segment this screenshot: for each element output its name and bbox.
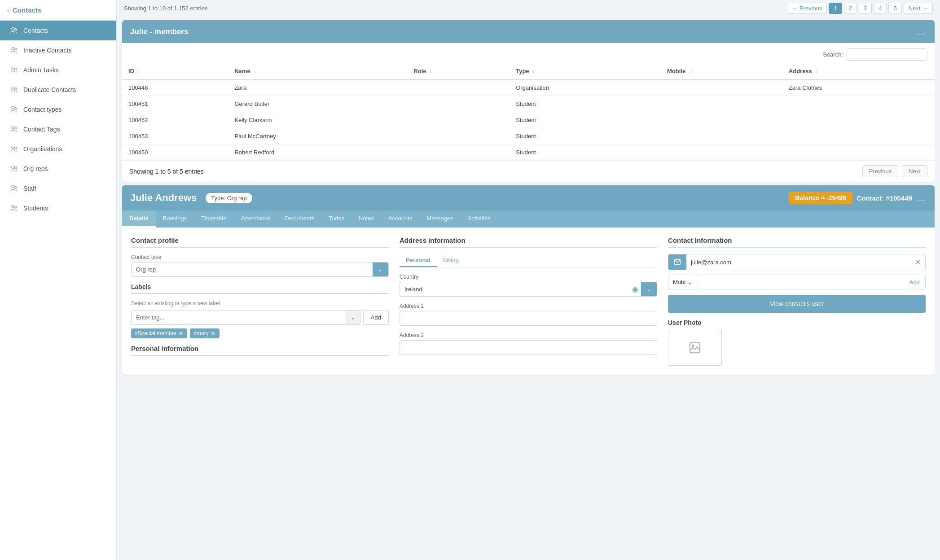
- sidebar-item-contact-types[interactable]: Contact types: [0, 100, 116, 119]
- sort-id-icon[interactable]: ↕: [138, 69, 140, 74]
- svg-point-12: [12, 146, 14, 149]
- svg-point-11: [15, 127, 17, 130]
- sidebar-item-contact-tags[interactable]: Contact Tags: [0, 119, 116, 139]
- admin-tasks-icon: [9, 65, 19, 75]
- sidebar-back[interactable]: ‹ Contacts: [0, 0, 116, 21]
- top-page-5[interactable]: 5: [888, 3, 901, 14]
- svg-point-16: [12, 185, 14, 188]
- contact-type-select[interactable]: Org rep ⌄: [131, 262, 389, 277]
- sort-name-icon[interactable]: ↕: [254, 69, 256, 74]
- cell-id: 100450: [122, 144, 228, 161]
- cell-name: Paul McCartney: [228, 128, 407, 144]
- country-label: Country: [400, 274, 657, 280]
- address2-label: Address 2: [400, 332, 657, 338]
- members-prev-button[interactable]: Previous: [862, 165, 899, 177]
- search-input[interactable]: [847, 48, 927, 61]
- top-page-3[interactable]: 3: [859, 3, 872, 14]
- label-input-wrapper: ⌄: [131, 310, 360, 325]
- tab-timetable[interactable]: Timetable: [194, 210, 234, 228]
- tab-todos[interactable]: Todos: [321, 210, 351, 228]
- email-clear-button[interactable]: ✕: [910, 258, 925, 267]
- tab-notes[interactable]: Notes: [351, 210, 381, 228]
- country-dropdown-button[interactable]: ⌄: [641, 282, 657, 296]
- cell-id: 100451: [122, 96, 228, 112]
- addr-tab-billing[interactable]: Billing: [437, 254, 465, 267]
- top-next-button[interactable]: Next →: [904, 3, 933, 14]
- top-pagination-controls: ← Previous 1 2 3 4 5 Next →: [787, 3, 933, 14]
- svg-point-14: [12, 166, 14, 168]
- sort-role-icon[interactable]: ↕: [430, 69, 432, 74]
- user-photo-title: User Photo: [668, 319, 926, 326]
- sidebar-item-organisations[interactable]: Organisations: [0, 139, 116, 159]
- tag-dropdown-button[interactable]: ⌄: [346, 311, 360, 324]
- cell-address: Zara Clothes: [782, 79, 935, 96]
- sidebar-item-students[interactable]: Students: [0, 198, 116, 218]
- svg-point-19: [15, 206, 17, 209]
- contact-type-field: Contact type Org rep ⌄: [131, 254, 389, 277]
- top-prev-button[interactable]: ← Previous: [787, 3, 827, 14]
- phone-input[interactable]: [697, 275, 904, 289]
- sort-address-icon[interactable]: ↕: [815, 69, 817, 74]
- members-panel-header: Julie - members …: [122, 20, 935, 43]
- organisations-icon: [9, 144, 19, 154]
- tab-attendance[interactable]: Attendance: [234, 210, 278, 228]
- svg-point-2: [12, 47, 14, 50]
- svg-point-13: [15, 147, 17, 149]
- sidebar-item-inactive-contacts[interactable]: Inactive Contacts: [0, 40, 116, 60]
- add-phone-button[interactable]: Add: [904, 279, 925, 285]
- contact-header: Julie Andrews Type: Org rep Balance = -2…: [122, 185, 935, 210]
- top-page-1[interactable]: 1: [829, 3, 842, 14]
- cell-type: Organisation: [510, 79, 661, 96]
- members-next-button[interactable]: Next: [902, 165, 927, 177]
- sidebar-item-contacts[interactable]: Contacts: [0, 21, 116, 40]
- tag-remove-button[interactable]: ✕: [178, 330, 184, 337]
- top-page-4[interactable]: 4: [874, 3, 887, 14]
- cell-address: [782, 128, 935, 144]
- enter-tag-input[interactable]: [132, 311, 346, 324]
- contact-type-dropdown-icon[interactable]: ⌄: [373, 262, 388, 276]
- org-reps-icon: [9, 164, 19, 174]
- contact-tag: #mary✕: [190, 328, 219, 338]
- sidebar: ‹ Contacts Contacts Inactive Contacts Ad…: [0, 0, 117, 560]
- members-panel-dots-button[interactable]: …: [917, 26, 927, 37]
- sidebar-item-org-reps[interactable]: Org reps: [0, 159, 116, 179]
- address1-input[interactable]: [400, 311, 657, 326]
- addr-tab-personal[interactable]: Personal: [400, 254, 437, 267]
- sidebar-item-duplicate-contacts[interactable]: Duplicate Contacts: [0, 80, 116, 100]
- members-panel: Julie - members … Search: ID ↕ Name ↕ Ro…: [122, 20, 935, 182]
- sort-mobile-icon[interactable]: ↕: [689, 69, 691, 74]
- tab-bookings[interactable]: Bookings: [156, 210, 194, 228]
- tab-details[interactable]: Details: [122, 210, 156, 228]
- members-search-bar: Search:: [122, 43, 935, 63]
- top-page-2[interactable]: 2: [844, 3, 857, 14]
- address-info-title: Address information: [400, 236, 657, 248]
- phone-type-select[interactable]: Mobi ⌄: [668, 275, 697, 289]
- tag-remove-button[interactable]: ✕: [211, 330, 216, 337]
- svg-point-15: [15, 167, 17, 169]
- sidebar-item-label-students: Students: [23, 205, 48, 212]
- tab-documents[interactable]: Documents: [278, 210, 322, 228]
- students-icon: [9, 203, 19, 213]
- tab-accounts[interactable]: Accounts: [381, 210, 419, 228]
- sidebar-item-admin-tasks[interactable]: Admin Tasks: [0, 60, 116, 80]
- contact-name: Julie Andrews: [130, 192, 197, 204]
- inactive-contacts-icon: [9, 45, 19, 55]
- tab-activities[interactable]: Activities: [461, 210, 498, 228]
- table-row[interactable]: 100451 Gerard Butler Student: [122, 96, 935, 112]
- tab-messages[interactable]: Messages: [419, 210, 460, 228]
- table-row[interactable]: 100450 Robert Redford Student: [122, 144, 935, 161]
- contact-dots-button[interactable]: …: [917, 193, 927, 203]
- country-select[interactable]: Ireland ◉ ⌄: [400, 282, 657, 297]
- sidebar-item-staff[interactable]: Staff: [0, 179, 116, 198]
- address2-input[interactable]: [400, 340, 657, 355]
- sidebar-item-label-admin-tasks: Admin Tasks: [23, 66, 59, 74]
- table-row[interactable]: 100448 Zara Organisation Zara Clothes: [122, 79, 935, 96]
- country-clear-button[interactable]: ◉: [629, 285, 641, 293]
- members-prev-next: Previous Next: [862, 165, 927, 177]
- view-contact-user-button[interactable]: View contact's user: [668, 295, 926, 313]
- sort-type-icon[interactable]: ↕: [532, 69, 535, 74]
- table-row[interactable]: 100453 Paul McCartney Student: [122, 128, 935, 144]
- sidebar-back-label: Contacts: [13, 6, 41, 14]
- add-tag-button[interactable]: Add: [363, 310, 389, 325]
- table-row[interactable]: 100452 Kelly Clarkson Student: [122, 112, 935, 128]
